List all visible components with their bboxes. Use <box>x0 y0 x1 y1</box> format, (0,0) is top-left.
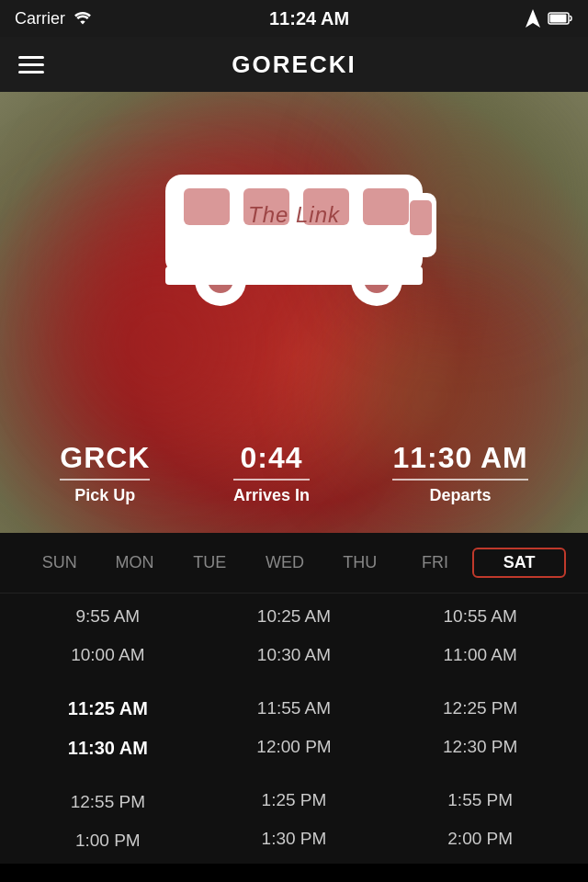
info-row: GRCK Pick Up 0:44 Arrives In 11:30 AM De… <box>0 423 588 533</box>
pickup-col: GRCK Pick Up <box>60 441 150 505</box>
departs-label: Departs <box>430 486 492 505</box>
time-entry-highlight: 11:30 AM <box>15 729 201 768</box>
location-icon <box>526 9 540 28</box>
svg-rect-8 <box>363 188 409 225</box>
day-thu[interactable]: THU <box>322 553 398 572</box>
time-entry: 1:30 PM <box>201 820 388 858</box>
svg-marker-0 <box>526 9 540 28</box>
time-entry: 2:00 PM <box>387 820 573 858</box>
app-header: GORECKI <box>0 37 588 92</box>
departs-value: 11:30 AM <box>392 441 527 481</box>
pickup-value: GRCK <box>60 441 150 481</box>
wifi-icon <box>73 11 93 26</box>
time-entry: 10:30 AM <box>201 636 388 674</box>
day-sat[interactable]: SAT <box>472 548 566 578</box>
time-entry: 10:00 AM <box>15 636 201 674</box>
status-left: Carrier <box>15 9 93 28</box>
time-entry: 12:00 PM <box>201 728 388 766</box>
carrier-label: Carrier <box>15 9 65 28</box>
time-entry: 1:55 PM <box>387 781 573 820</box>
time-entry: 11:55 AM <box>201 689 388 728</box>
svg-rect-9 <box>410 200 432 235</box>
battery-icon <box>548 11 573 26</box>
time-entry: 10:25 AM <box>201 597 388 636</box>
time-entry-highlight: 11:25 AM <box>15 689 201 729</box>
menu-button[interactable] <box>18 56 44 74</box>
day-mon[interactable]: MON <box>97 553 173 572</box>
day-tue[interactable]: TUE <box>172 553 247 572</box>
time-entry: 10:55 AM <box>387 597 573 636</box>
hero-section: The Link GRCK Pick Up 0:44 Arrives In 11… <box>0 92 588 533</box>
time-entry: 1:00 PM <box>15 821 201 860</box>
day-wed[interactable]: WED <box>247 553 322 572</box>
arrives-value: 0:44 <box>233 441 310 481</box>
departs-col: 11:30 AM Departs <box>392 441 527 505</box>
svg-rect-5 <box>184 188 230 225</box>
schedule-col-2: 10:25 AM 10:30 AM 11:55 AM 12:00 PM 1:25… <box>201 594 388 864</box>
time-entry: 12:30 PM <box>387 728 573 766</box>
time-entry: 1:25 PM <box>201 781 388 820</box>
schedule-col-1: 9:55 AM 10:00 AM 11:25 AM 11:30 AM 12:55… <box>15 594 201 864</box>
time-entry: 12:55 PM <box>15 783 201 821</box>
hamburger-line-2 <box>18 63 44 66</box>
status-right <box>526 9 573 28</box>
svg-rect-14 <box>165 266 423 285</box>
pickup-label: Pick Up <box>74 486 135 505</box>
arrives-col: 0:44 Arrives In <box>233 441 310 505</box>
arrives-label: Arrives In <box>233 486 310 505</box>
schedule-grid: 9:55 AM 10:00 AM 11:25 AM 11:30 AM 12:55… <box>0 594 588 864</box>
bus-container: The Link <box>138 129 450 312</box>
schedule-section: SUN MON TUE WED THU FRI SAT 9:55 AM 10:0… <box>0 533 588 864</box>
schedule-col-3: 10:55 AM 11:00 AM 12:25 PM 12:30 PM 1:55… <box>387 594 573 864</box>
bus-route-label: The Link <box>248 202 340 228</box>
time-entry: 11:00 AM <box>387 636 573 674</box>
status-time: 11:24 AM <box>269 8 349 29</box>
page-title: GORECKI <box>232 51 356 79</box>
svg-rect-2 <box>550 15 567 23</box>
days-row: SUN MON TUE WED THU FRI SAT <box>0 533 588 594</box>
status-bar: Carrier 11:24 AM <box>0 0 588 37</box>
day-fri[interactable]: FRI <box>398 553 473 572</box>
time-entry: 12:25 PM <box>387 689 573 728</box>
hamburger-line-1 <box>18 56 44 59</box>
hamburger-line-3 <box>18 71 44 74</box>
day-sun[interactable]: SUN <box>22 553 97 572</box>
time-entry: 9:55 AM <box>15 597 201 636</box>
